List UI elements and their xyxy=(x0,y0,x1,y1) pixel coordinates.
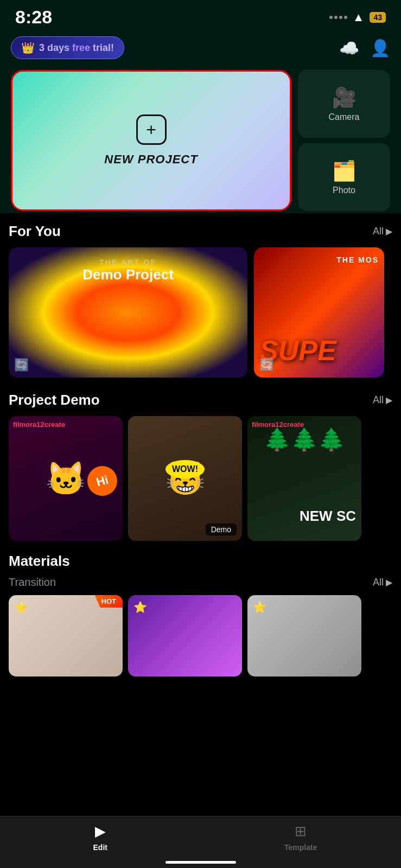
super-subtitle: THE MOS xyxy=(336,256,379,264)
photo-label: Photo xyxy=(333,186,355,195)
photo-button[interactable]: 🗂️ Photo xyxy=(298,143,390,211)
trial-badge[interactable]: 👑 3 days free trial! xyxy=(11,36,124,59)
project-card-3[interactable]: 🌲🌲🌲 filmora12create NEW SC xyxy=(247,416,361,541)
transition-icon-1: ⭐ xyxy=(14,601,28,614)
header: 👑 3 days free trial! ☁️ 👤 xyxy=(0,32,401,68)
for-you-section: For You All ▶ THE ART OF Demo Project 🔄 … xyxy=(0,213,401,382)
transition-cards: HOT ⭐ ⭐ ⭐ xyxy=(9,595,392,676)
super-refresh-icon: 🔄 xyxy=(259,358,274,372)
side-buttons: 🎥 Camera 🗂️ Photo xyxy=(298,70,390,211)
new-sc-text: NEW SC xyxy=(300,508,356,525)
header-actions: ☁️ 👤 xyxy=(339,39,390,58)
edit-nav-icon: ▶ xyxy=(95,823,106,840)
for-you-title: For You xyxy=(9,223,61,240)
materials-section: Materials Transition All ▶ HOT ⭐ ⭐ ⭐ xyxy=(0,545,401,681)
home-indicator xyxy=(166,861,236,864)
trial-days: 3 days xyxy=(39,42,72,53)
wow-bubble: WOW! xyxy=(166,460,205,478)
crown-icon: 👑 xyxy=(21,41,35,54)
demo-text-block: THE ART OF Demo Project xyxy=(9,258,247,283)
battery-indicator: 43 xyxy=(370,12,386,23)
signal-dots-icon xyxy=(329,16,347,19)
template-nav-label: Template xyxy=(284,843,317,852)
demo-tag: Demo xyxy=(206,524,237,535)
transition-card-2[interactable]: ⭐ xyxy=(128,595,242,676)
hot-badge: HOT xyxy=(95,595,123,608)
new-project-button[interactable]: + NEW PROJECT xyxy=(11,70,291,211)
project-demo-cards: 🐱 filmora12create Hi 😸 WOW! Demo 🌲🌲🌲 fil… xyxy=(9,416,392,541)
project-demo-all-button[interactable]: All ▶ xyxy=(373,394,392,406)
cat-grey-image: 😸 xyxy=(128,416,242,541)
trial-free: free xyxy=(72,42,93,53)
trial-text: 3 days free trial! xyxy=(39,42,114,54)
status-bar: 8:28 ▲ 43 xyxy=(0,0,401,32)
transition-all-button[interactable]: All ▶ xyxy=(373,577,392,588)
nav-item-edit[interactable]: ▶ Edit xyxy=(0,823,201,852)
project-demo-arrow-icon: ▶ xyxy=(386,395,392,405)
profile-icon[interactable]: 👤 xyxy=(370,39,390,58)
transition-card-1[interactable]: HOT ⭐ xyxy=(9,595,123,676)
cloud-icon[interactable]: ☁️ xyxy=(339,39,359,58)
transition-arrow-icon: ▶ xyxy=(386,577,392,588)
demo-title: Demo Project xyxy=(9,266,247,283)
project-demo-header: Project Demo All ▶ xyxy=(9,392,392,409)
wifi-icon: ▲ xyxy=(353,10,365,24)
main-content: + NEW PROJECT 🎥 Camera 🗂️ Photo xyxy=(0,68,401,213)
camera-button[interactable]: 🎥 Camera xyxy=(298,70,390,138)
trial-end: trial! xyxy=(93,42,114,53)
filmora-label-1: filmora12create xyxy=(13,420,65,429)
materials-title: Materials xyxy=(9,553,392,570)
nav-item-template[interactable]: ⊞ Template xyxy=(201,823,402,852)
camera-icon: 🎥 xyxy=(332,86,357,109)
project-card-2[interactable]: 😸 WOW! Demo xyxy=(128,416,242,541)
photo-icon: 🗂️ xyxy=(332,159,357,182)
camera-label: Camera xyxy=(329,112,360,122)
transition-icon-2: ⭐ xyxy=(133,601,147,614)
for-you-cards: THE ART OF Demo Project 🔄 THE MOS SUPE 🔄 xyxy=(9,247,392,378)
new-project-label: NEW PROJECT xyxy=(104,152,198,167)
refresh-icon: 🔄 xyxy=(14,358,29,372)
template-nav-icon: ⊞ xyxy=(295,823,307,840)
bottom-nav: ▶ Edit ⊞ Template xyxy=(0,816,401,868)
project-row: + NEW PROJECT 🎥 Camera 🗂️ Photo xyxy=(9,68,392,213)
transition-card-3[interactable]: ⭐ xyxy=(247,595,361,676)
transition-header: Transition All ▶ xyxy=(9,576,392,589)
for-you-arrow-icon: ▶ xyxy=(386,226,392,237)
for-you-card-demo[interactable]: THE ART OF Demo Project 🔄 xyxy=(9,247,247,378)
filmora-label-3: filmora12create xyxy=(252,420,304,429)
for-you-header: For You All ▶ xyxy=(9,223,392,240)
for-you-card-super[interactable]: THE MOS SUPE 🔄 xyxy=(254,247,384,378)
transition-icon-3: ⭐ xyxy=(253,601,266,614)
for-you-all-button[interactable]: All ▶ xyxy=(373,226,392,237)
status-time: 8:28 xyxy=(15,7,52,28)
demo-subtitle: THE ART OF xyxy=(9,258,247,266)
status-icons: ▲ 43 xyxy=(329,10,386,24)
project-card-1[interactable]: 🐱 filmora12create Hi xyxy=(9,416,123,541)
project-demo-title: Project Demo xyxy=(9,392,100,409)
edit-nav-label: Edit xyxy=(93,843,107,852)
transition-title: Transition xyxy=(9,576,56,589)
cat-grey-background: 😸 xyxy=(128,416,242,541)
plus-icon: + xyxy=(136,114,167,145)
project-demo-section: Project Demo All ▶ 🐱 filmora12create Hi … xyxy=(0,382,401,545)
